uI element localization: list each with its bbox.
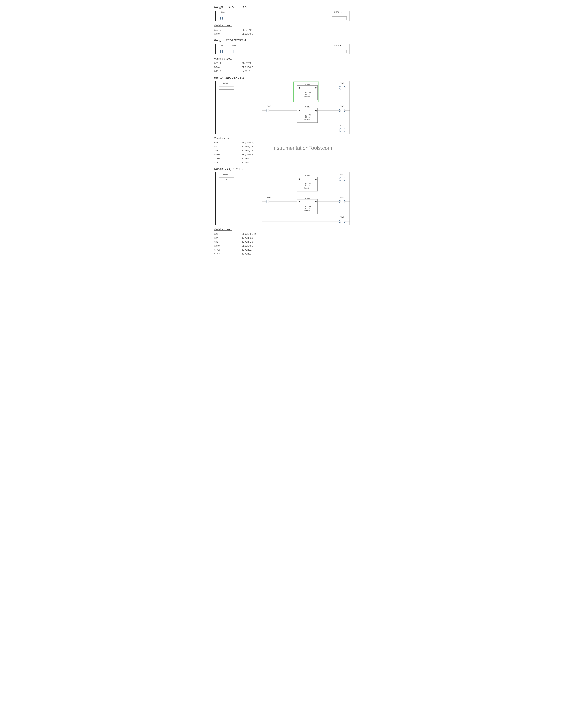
var-addr: %TM3 <box>214 252 242 256</box>
var-name: TIMER_2A <box>242 149 253 153</box>
var-addr: %M1 <box>214 232 242 236</box>
rung2-coil1-label: %M2 <box>340 82 344 84</box>
svg-rect-40 <box>350 172 350 225</box>
rung3-timer1-tb: TB: 1 s <box>305 185 310 187</box>
rung3-vars: %M1SEQUENCE_2 %M4TIMER_1B %M5TIMER_2B %M… <box>214 232 354 256</box>
svg-rect-12 <box>222 50 223 53</box>
rung0-diagram: %I0.0 %MW0 := 1 ... <box>214 10 351 22</box>
svg-rect-15 <box>233 50 233 53</box>
var-name: PB_STOP <box>242 61 252 65</box>
rung2-timer2-addr: %TM1 <box>305 106 310 108</box>
var-addr: %M4 <box>214 236 242 240</box>
rung0-title: Rung0 - START SYSTEM <box>214 6 354 9</box>
rung2-timer1-tb: TB: 1 s <box>305 94 310 95</box>
rung1-op-label: %MW0 := 2 <box>334 44 342 46</box>
rung3-timer1-addr: %TM2 <box>305 175 310 176</box>
rung3-timer2-addr: %TM3 <box>305 197 310 199</box>
rung2-timer1-q: Q <box>315 87 317 89</box>
svg-rect-19 <box>215 81 216 134</box>
var-addr: %I0.1 <box>214 61 242 65</box>
rung3-timer2-in: IN <box>298 201 300 203</box>
svg-rect-4 <box>222 17 223 20</box>
svg-rect-32 <box>269 109 269 112</box>
rung2-timer2-preset: Preset: 3 <box>304 119 310 120</box>
var-name: SEQUENCE <box>242 244 253 248</box>
svg-rect-8 <box>215 44 216 54</box>
rung2-timer2-q: Q <box>315 109 317 112</box>
rung3-compare-symbol: < <box>226 178 227 180</box>
rung2-timer1-preset: Preset: 5 <box>304 96 310 98</box>
rung2-coil3-label: %M0 <box>340 125 344 127</box>
var-name: TIMER_1A <box>242 145 253 149</box>
rung2-compare-symbol: < <box>226 87 227 89</box>
rung2-vars-heading: Variables used: <box>214 137 354 140</box>
var-name: SEQUENCE_1 <box>242 141 256 145</box>
var-name: SEQUENCE_2 <box>242 232 256 236</box>
rung2-compare-label: %MW0 = 1 <box>223 82 230 84</box>
var-name: PB_START <box>242 28 253 32</box>
var-name: TIMERB1 <box>242 248 252 252</box>
svg-rect-3 <box>220 17 221 20</box>
rung3-timer1-q: Q <box>315 178 317 180</box>
var-addr: %TM2 <box>214 248 242 252</box>
svg-rect-1 <box>350 11 350 21</box>
var-addr: %MW0 <box>214 66 242 69</box>
var-addr: %M5 <box>214 240 242 244</box>
var-name: TIMERA1 <box>242 157 252 161</box>
rung1-title: Rung1 - STOP SYSTEM <box>214 39 354 42</box>
rung2-timer1-addr: %TM0 <box>305 83 310 85</box>
var-name: TIMERB2 <box>242 252 252 256</box>
var-name: SEQUENCE <box>242 153 253 157</box>
rung3-timer2-q: Q <box>315 201 317 203</box>
rung1-vars: %I0.1PB_STOP %MW0SEQUENCE %Q0.2LAMP_C <box>214 61 354 73</box>
svg-rect-50 <box>267 200 267 203</box>
svg-rect-11 <box>220 50 221 53</box>
rung0-vars-heading: Variables used: <box>214 24 354 27</box>
rung1-contact2-label: %Q0.2 <box>231 44 236 46</box>
rung3-coil1-label: %M4 <box>340 174 344 175</box>
rung1-op-symbol: ... <box>339 51 340 52</box>
rung2-timer2-tb: TB: 1 s <box>305 116 310 118</box>
var-name: SEQUENCE <box>242 32 253 36</box>
svg-rect-51 <box>269 200 269 203</box>
rung2-timer1-type: Type: TON <box>304 92 311 93</box>
rung3-contact-b-label: %M4 <box>267 197 271 198</box>
var-addr: %M0 <box>214 141 242 145</box>
rung2-contact-b-label: %M2 <box>267 105 271 107</box>
rung1-vars-heading: Variables used: <box>214 57 354 60</box>
var-addr: %MW0 <box>214 244 242 248</box>
var-addr: %Q0.2 <box>214 69 242 73</box>
var-addr: %MW0 <box>214 153 242 157</box>
rung3-diagram: %MW0 = 2 < %TM2 IN Q Type: TON TB: 1 s P… <box>214 172 351 226</box>
watermark-text: InstrumentationTools.com <box>272 144 332 152</box>
var-name: TIMER_2B <box>242 240 253 244</box>
rung3-compare-label: %MW0 = 2 <box>223 174 230 175</box>
var-name: TIMER_1B <box>242 236 253 240</box>
svg-rect-14 <box>231 50 231 53</box>
svg-rect-39 <box>215 172 216 225</box>
rung2-coil2-label: %M3 <box>340 105 344 107</box>
rung3-timer1-in: IN <box>298 178 300 180</box>
var-name: SEQUENCE <box>242 66 253 69</box>
rung3-timer1-type: Type: TON <box>304 183 311 184</box>
rung1-diagram: %I0.1 %Q0.2 %MW0 := 2 ... <box>214 43 351 55</box>
rung2-timer2-type: Type: TON <box>304 114 311 116</box>
rung2-timer2-in: IN <box>298 109 300 112</box>
var-addr: %M2 <box>214 145 242 149</box>
var-addr: %TM0 <box>214 157 242 161</box>
rung2-vars: %M0SEQUENCE_1 %M2TIMER_1A %M3TIMER_2A %M… <box>214 141 354 165</box>
svg-rect-31 <box>267 109 267 112</box>
var-addr: %TM1 <box>214 161 242 165</box>
var-name: LAMP_C <box>242 69 250 73</box>
rung0-op-symbol: ... <box>339 17 340 19</box>
rung0-op-label: %MW0 := 1 <box>334 11 342 13</box>
rung3-title: Rung3 - SEQUENCE 2 <box>214 167 354 171</box>
rung2-timer1-in: IN <box>298 87 300 89</box>
rung3-coil2-label: %M5 <box>340 197 344 198</box>
svg-rect-9 <box>350 44 350 54</box>
var-addr: %MW0 <box>214 32 242 36</box>
var-addr: %M3 <box>214 149 242 153</box>
rung3-timer2-preset: Preset: 5 <box>304 210 310 211</box>
rung2-title: Rung2 - SEQUENCE 1 <box>214 76 354 79</box>
svg-rect-20 <box>350 81 350 134</box>
